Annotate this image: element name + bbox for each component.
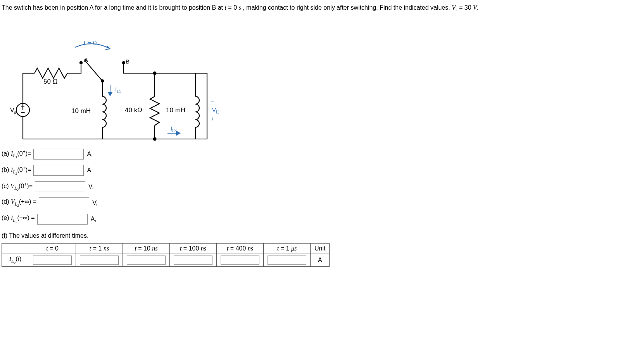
table-unit-header: Unit [311, 244, 330, 254]
problem-statement: The swtich has been in position A for a … [2, 3, 642, 13]
problem-t-eq: t [224, 4, 226, 11]
answer-d: (d) VL2(+∞) = V, [2, 197, 642, 208]
table-input-5[interactable] [268, 256, 306, 265]
answer-e-input[interactable] [37, 214, 88, 225]
table-input-3[interactable] [174, 256, 212, 265]
answer-c-label: (c) VL2(0+)= [2, 182, 33, 192]
node-a-label: A [84, 57, 88, 63]
r1-label: 50 Ω [43, 78, 57, 85]
table-cell-2 [123, 254, 170, 267]
answer-b: (b) IL2(0+)= A, [2, 165, 642, 176]
answer-b-input[interactable] [33, 165, 84, 176]
answer-d-label: (d) VL2(+∞) = [2, 198, 36, 208]
table-cell-0 [29, 254, 76, 267]
answer-b-label: (b) IL2(0+)= [2, 165, 31, 176]
problem-mid: , making contact to right side only afte… [243, 4, 452, 11]
table-cell-3 [170, 254, 217, 267]
answer-c: (c) VL2(0+)= V, [2, 181, 642, 192]
t0-label: t = 0 [84, 39, 97, 47]
answer-b-unit: A, [87, 167, 93, 174]
answer-d-unit: V, [92, 199, 98, 206]
table-data-row: IL2(t) A [2, 254, 330, 267]
svg-point-5 [154, 138, 156, 141]
answer-c-input[interactable] [35, 181, 85, 192]
answer-e-unit: A, [91, 216, 97, 223]
table-time-2: t = 10 ns [123, 244, 170, 254]
table-input-0[interactable] [33, 256, 72, 265]
table-input-1[interactable] [80, 256, 119, 265]
answer-a-unit: A, [87, 151, 93, 158]
circuit-diagram: + − Vs IL1 IL2 VL2 − + t = 0 A B 50 Ω 10… [2, 21, 219, 141]
il2-label: IL2 [171, 125, 177, 133]
table-time-0: t = 0 [29, 244, 76, 254]
vs-label: Vs [10, 107, 17, 115]
problem-prefix: The swtich has been in position A for a … [2, 4, 224, 11]
table-input-2[interactable] [127, 256, 166, 265]
answer-a-input[interactable] [33, 149, 84, 160]
answer-a: (a) IL1(0+)= A, [2, 149, 642, 160]
answer-e-label: (e) IL2(+∞) = [2, 214, 35, 224]
answer-d-input[interactable] [39, 197, 89, 208]
answer-e: (e) IL2(+∞) = A, [2, 214, 642, 225]
values-table: t = 0 t = 1 ns t = 10 ns t = 100 ns t = … [2, 243, 330, 267]
vl2-label: VL2 [212, 106, 219, 114]
table-time-1: t = 1 ns [76, 244, 123, 254]
problem-vs-eq: Vs [452, 4, 457, 11]
vl2-minus: − [211, 98, 214, 104]
table-cell-5 [264, 254, 311, 267]
table-heading: (f) The values at different times. [2, 232, 642, 239]
vl2-plus: + [211, 116, 214, 122]
table-blank-cell [2, 244, 29, 254]
problem-suffix: . [477, 4, 478, 11]
table-cell-1 [76, 254, 123, 267]
answer-a-label: (a) IL1(0+)= [2, 149, 31, 160]
table-cell-4 [217, 254, 264, 267]
table-time-5: t = 1 μs [264, 244, 311, 254]
svg-point-1 [80, 62, 82, 64]
table-time-4: t = 400 ns [217, 244, 264, 254]
node-b-label: B [126, 58, 129, 65]
table-header-row: t = 0 t = 1 ns t = 10 ns t = 100 ns t = … [2, 244, 330, 254]
l2-label: 10 mH [166, 106, 185, 114]
l1-label: 10 mH [71, 107, 91, 115]
table-row-label: IL2(t) [2, 254, 29, 267]
table-input-4[interactable] [221, 256, 259, 265]
table-time-3: t = 100 ns [170, 244, 217, 254]
source-minus-icon: − [21, 108, 25, 116]
answer-c-unit: V, [88, 183, 94, 190]
svg-point-4 [154, 72, 156, 75]
il1-label: IL1 [115, 86, 121, 94]
r2-label: 40 kΩ [125, 106, 142, 114]
table-row-unit: A [311, 254, 330, 267]
